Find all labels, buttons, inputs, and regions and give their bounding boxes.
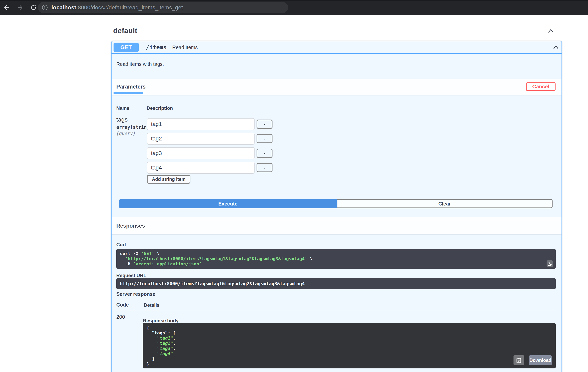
- clipboard-icon: [516, 357, 522, 363]
- tag-value-input[interactable]: [147, 118, 254, 130]
- clear-button[interactable]: Clear: [337, 199, 553, 208]
- operation-summary-row[interactable]: GET /items Read Items: [112, 41, 562, 54]
- column-header-code: Code: [116, 302, 129, 308]
- http-method-badge: GET: [114, 43, 139, 52]
- remove-item-button[interactable]: -: [257, 120, 273, 129]
- request-url-value: http://localhost:8000/items?tags=tag1&ta…: [120, 281, 305, 286]
- response-body-label: Response body: [143, 318, 179, 323]
- table-header-divider: [116, 113, 556, 113]
- clipboard-copy-icon: [548, 261, 552, 266]
- code-line: "tag1",: [147, 336, 552, 341]
- remove-item-button[interactable]: -: [257, 149, 273, 158]
- section-collapse-chevron-icon[interactable]: [548, 29, 554, 33]
- url-path: :8000/docs#/default/read_items_items_get: [76, 4, 183, 10]
- code-line: curl -X 'GET' \: [120, 251, 552, 256]
- address-bar[interactable]: localhost:8000/docs#/default/read_items_…: [38, 2, 288, 13]
- forward-icon[interactable]: [17, 4, 24, 11]
- array-item-row: -: [147, 118, 273, 130]
- tag-value-input[interactable]: [147, 133, 254, 145]
- responses-title: Responses: [116, 223, 145, 229]
- curl-command-text: curl -X 'GET' \ 'http://localhost:8000/i…: [120, 251, 552, 267]
- url-text: localhost:8000/docs#/default/read_items_…: [51, 4, 183, 11]
- swagger-page: default GET /items Read Items Read items…: [0, 15, 588, 372]
- column-header-description: Description: [147, 105, 173, 111]
- copy-response-button[interactable]: [514, 355, 524, 365]
- active-tab-underline: [114, 92, 143, 94]
- code-line: "tag3",: [147, 346, 552, 351]
- code-line: "tags": [: [147, 331, 552, 336]
- reload-icon[interactable]: [30, 4, 37, 11]
- code-line: }: [147, 362, 552, 367]
- opblock-get-items: GET /items Read Items Read items with ta…: [111, 41, 562, 372]
- responses-section-header: Responses: [112, 217, 562, 234]
- tag-value-input[interactable]: [147, 147, 254, 159]
- operation-summary: Read Items: [172, 45, 198, 50]
- copy-to-clipboard-button[interactable]: [546, 261, 553, 267]
- array-item-row: -: [147, 133, 273, 145]
- tag-value-input[interactable]: [147, 162, 254, 174]
- server-response-label: Server response: [116, 291, 155, 297]
- browser-toolbar: localhost:8000/docs#/default/read_items_…: [0, 0, 588, 15]
- operation-description: Read items with tags.: [116, 61, 164, 67]
- code-line: 'http://localhost:8000/items?tags=tag1&t…: [120, 256, 552, 261]
- response-body-json: { "tags": [ "tag1", "tag2", "tag3", "tag…: [147, 325, 552, 367]
- back-icon[interactable]: [3, 4, 10, 11]
- parameter-name: tags: [116, 116, 128, 123]
- parameter-location: (query): [116, 131, 136, 136]
- request-url-label: Request URL: [116, 273, 147, 278]
- code-line: ]: [147, 356, 552, 362]
- download-button[interactable]: Download: [529, 355, 552, 365]
- operation-collapse-chevron-icon[interactable]: [553, 45, 559, 50]
- column-header-name: Name: [116, 105, 129, 111]
- section-divider: [111, 39, 562, 39]
- execute-button[interactable]: Execute: [119, 199, 337, 208]
- url-host: localhost: [51, 4, 76, 10]
- status-code: 200: [116, 314, 125, 320]
- array-item-row: -: [147, 147, 273, 159]
- code-line: -H 'accept: application/json': [120, 261, 552, 267]
- tab-parameters[interactable]: Parameters: [116, 84, 146, 90]
- site-info-icon[interactable]: [42, 5, 48, 10]
- operation-path: /items: [146, 44, 167, 51]
- parameters-section-header: Parameters Cancel: [112, 79, 562, 95]
- window-top-edge: [0, 0, 588, 1]
- array-item-row: -: [147, 162, 273, 174]
- curl-label: Curl: [116, 242, 126, 247]
- cancel-button[interactable]: Cancel: [526, 82, 556, 91]
- code-line: {: [147, 325, 552, 331]
- column-header-details: Details: [144, 302, 159, 308]
- tag-section-title: default: [113, 27, 137, 35]
- remove-item-button[interactable]: -: [257, 134, 273, 143]
- response-table-divider: [116, 310, 556, 310]
- add-string-item-button[interactable]: Add string item: [147, 175, 190, 184]
- request-url-block: http://localhost:8000/items?tags=tag1&ta…: [116, 278, 556, 289]
- response-body-block: { "tags": [ "tag1", "tag2", "tag3", "tag…: [143, 323, 556, 368]
- array-item-rows: ----: [147, 118, 273, 176]
- remove-item-button[interactable]: -: [257, 163, 273, 172]
- code-line: "tag2",: [147, 341, 552, 346]
- code-line: "tag4": [147, 351, 552, 356]
- curl-command-block: curl -X 'GET' \ 'http://localhost:8000/i…: [116, 249, 556, 269]
- parameter-type: array[string]: [116, 125, 152, 130]
